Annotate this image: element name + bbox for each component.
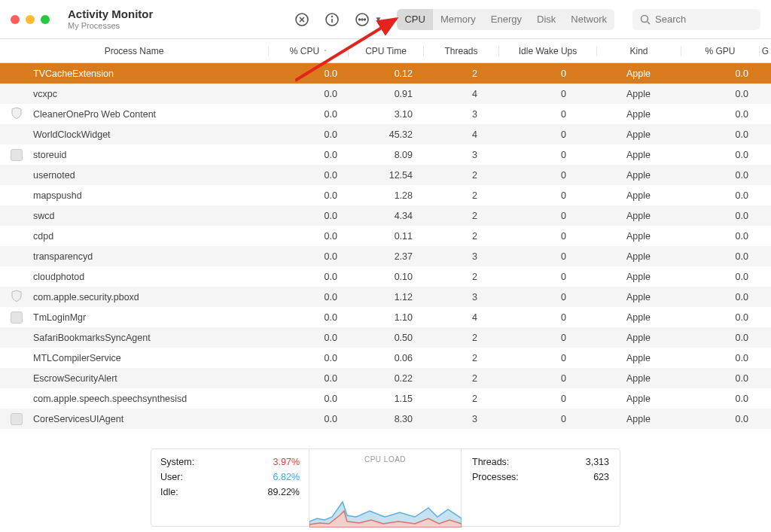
wakeups-cell: 0 xyxy=(498,333,596,343)
svg-point-8 xyxy=(641,15,648,22)
process-row[interactable]: mapspushd0.01.2820Apple0.0 xyxy=(0,185,771,205)
process-row[interactable]: swcd0.04.3420Apple0.0 xyxy=(0,205,771,226)
cpu-time-cell: 0.12 xyxy=(348,68,423,79)
cpu-load-graph-label: CPU LOAD xyxy=(309,455,461,464)
wakeups-cell: 0 xyxy=(498,231,596,242)
process-row[interactable]: transparencyd0.02.3730Apple0.0 xyxy=(0,246,771,266)
process-row[interactable]: EscrowSecurityAlert0.00.2220Apple0.0 xyxy=(0,368,771,388)
window-traffic-lights xyxy=(11,15,50,24)
threads-cell: 3 xyxy=(423,251,498,262)
wakeups-cell: 0 xyxy=(498,292,596,302)
threads-value: 3,313 xyxy=(586,457,609,467)
tab-memory[interactable]: Memory xyxy=(433,9,483,30)
threads-cell: 2 xyxy=(423,211,498,221)
chevron-down-icon: ▼ xyxy=(375,15,382,23)
header-pct-cpu[interactable]: % CPU˄ xyxy=(268,46,348,56)
wakeups-cell: 0 xyxy=(498,89,596,99)
process-row[interactable]: SafariBookmarksSyncAgent0.00.5020Apple0.… xyxy=(0,327,771,348)
kind-cell: Apple xyxy=(596,231,681,242)
process-row[interactable]: usernoted0.012.5420Apple0.0 xyxy=(0,165,771,185)
cpu-pct-cell: 0.0 xyxy=(268,170,348,181)
process-row[interactable]: CleanerOnePro Web Content0.03.1030Apple0… xyxy=(0,104,771,124)
cpu-time-cell: 8.09 xyxy=(348,150,423,160)
kind-cell: Apple xyxy=(596,170,681,181)
tab-energy[interactable]: Energy xyxy=(483,9,529,30)
stop-process-button[interactable] xyxy=(291,8,313,31)
process-row[interactable]: MTLCompilerService0.00.0620Apple0.0 xyxy=(0,348,771,368)
process-name-cell: TVCacheExtension xyxy=(33,68,268,79)
wakeups-cell: 0 xyxy=(498,373,596,384)
cpu-pct-cell: 0.0 xyxy=(268,109,348,120)
process-row[interactable]: TVCacheExtension0.00.1220Apple0.0 xyxy=(0,63,771,84)
close-window-button[interactable] xyxy=(11,15,20,24)
svg-line-9 xyxy=(648,22,650,24)
cpu-pct-cell: 0.0 xyxy=(268,394,348,404)
kind-cell: Apple xyxy=(596,333,681,343)
search-field[interactable] xyxy=(632,9,760,30)
minimize-window-button[interactable] xyxy=(26,15,35,24)
user-value: 6.82% xyxy=(273,472,300,482)
header-cpu-time[interactable]: CPU Time xyxy=(348,46,423,56)
processes-value: 623 xyxy=(593,472,609,482)
wakeups-cell: 0 xyxy=(498,68,596,79)
tab-cpu[interactable]: CPU xyxy=(397,9,432,30)
process-name-cell: EscrowSecurityAlert xyxy=(33,373,268,384)
process-name-cell: cdpd xyxy=(33,231,268,242)
svg-point-7 xyxy=(364,19,365,20)
cpu-summary-panel: System:3.97% User:6.82% Idle:89.22% CPU … xyxy=(151,448,620,527)
cpu-pct-cell: 0.0 xyxy=(268,333,348,343)
process-row[interactable]: vcxpc0.00.9140Apple0.0 xyxy=(0,84,771,104)
gpu-pct-cell: 0.0 xyxy=(681,272,759,282)
process-row[interactable]: cloudphotod0.00.1020Apple0.0 xyxy=(0,266,771,287)
process-row[interactable]: TmLoginMgr0.01.1040Apple0.0 xyxy=(0,307,771,327)
sort-ascending-icon: ˄ xyxy=(324,49,327,56)
process-row[interactable]: CoreServicesUIAgent0.08.3030Apple0.0 xyxy=(0,409,771,429)
x-circle-icon xyxy=(294,12,309,27)
process-row[interactable]: WorldClockWidget0.045.3240Apple0.0 xyxy=(0,124,771,144)
more-actions-button[interactable] xyxy=(351,8,373,31)
cpu-pct-cell: 0.0 xyxy=(268,129,348,140)
cpu-time-cell: 1.15 xyxy=(348,394,423,404)
header-idle-wake-ups[interactable]: Idle Wake Ups xyxy=(498,46,596,56)
app-icon xyxy=(11,413,23,425)
kind-cell: Apple xyxy=(596,272,681,282)
header-pct-cpu-label: % CPU xyxy=(290,46,319,56)
cpu-time-cell: 0.10 xyxy=(348,272,423,282)
threads-cell: 2 xyxy=(423,170,498,181)
zoom-window-button[interactable] xyxy=(41,15,50,24)
kind-cell: Apple xyxy=(596,394,681,404)
gpu-pct-cell: 0.0 xyxy=(681,190,759,201)
tab-disk[interactable]: Disk xyxy=(529,9,563,30)
header-pct-gpu[interactable]: % GPU xyxy=(681,46,759,56)
info-circle-icon xyxy=(325,12,340,27)
process-row[interactable]: com.apple.security.pboxd0.01.1230Apple0.… xyxy=(0,287,771,307)
header-process-name[interactable]: Process Name xyxy=(0,46,268,56)
process-row[interactable]: storeuid0.08.0930Apple0.0 xyxy=(0,144,771,165)
header-overflow[interactable]: G xyxy=(759,46,771,56)
threads-label: Threads: xyxy=(472,457,509,467)
process-name-cell: WorldClockWidget xyxy=(33,129,268,140)
process-name-cell: transparencyd xyxy=(33,251,268,262)
cpu-time-cell: 4.34 xyxy=(348,211,423,221)
tab-network[interactable]: Network xyxy=(563,9,614,30)
svg-point-3 xyxy=(331,16,332,17)
view-mode-tabs: CPUMemoryEnergyDiskNetwork xyxy=(397,9,614,30)
cpu-summary-footer: System:3.97% User:6.82% Idle:89.22% CPU … xyxy=(0,443,771,532)
user-label: User: xyxy=(160,472,183,482)
search-input[interactable] xyxy=(655,14,745,25)
threads-cell: 3 xyxy=(423,292,498,302)
process-row[interactable]: cdpd0.00.1120Apple0.0 xyxy=(0,226,771,246)
wakeups-cell: 0 xyxy=(498,272,596,282)
wakeups-cell: 0 xyxy=(498,251,596,262)
gpu-pct-cell: 0.0 xyxy=(681,211,759,221)
header-threads[interactable]: Threads xyxy=(423,46,498,56)
process-row[interactable]: com.apple.speech.speechsynthesisd0.01.15… xyxy=(0,388,771,409)
kind-cell: Apple xyxy=(596,353,681,363)
info-button[interactable] xyxy=(321,8,343,31)
wakeups-cell: 0 xyxy=(498,353,596,363)
svg-point-5 xyxy=(358,19,360,20)
process-name-cell: cloudphotod xyxy=(33,272,268,282)
kind-cell: Apple xyxy=(596,109,681,120)
header-kind[interactable]: Kind xyxy=(596,46,681,56)
cpu-time-cell: 0.11 xyxy=(348,231,423,242)
